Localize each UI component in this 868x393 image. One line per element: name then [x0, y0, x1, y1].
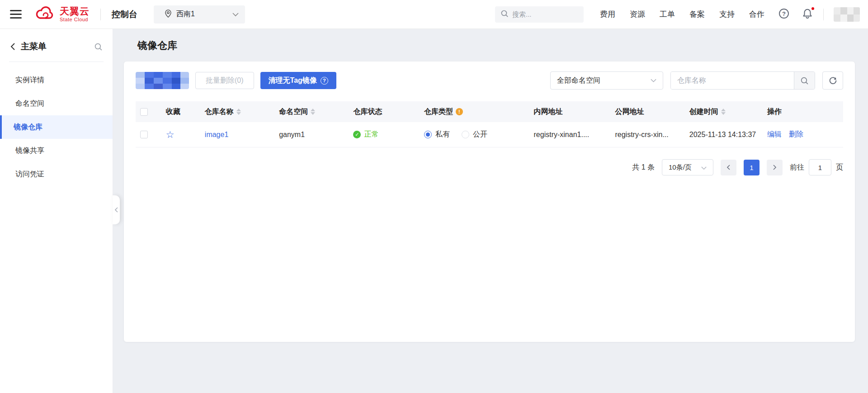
clean-notag-button[interactable]: 清理无Tag镜像 ?	[260, 72, 336, 89]
column-internal-address: 内网地址	[528, 107, 610, 117]
location-pin-icon	[164, 9, 173, 20]
created-time-value: 2025-11-13 14:13:37	[689, 131, 756, 139]
total-count: 共 1 条	[632, 163, 655, 172]
repository-table: 收藏 仓库名称 命名空间 仓库状态 仓库类型 ! 内网地址	[136, 101, 843, 147]
topbar-divider	[100, 9, 101, 20]
internal-address-value: registry-xinan1....	[534, 131, 590, 139]
sidebar-divider	[9, 62, 104, 62]
page-title: 镜像仓库	[137, 39, 855, 52]
console-label[interactable]: 控制台	[112, 9, 137, 20]
sidebar-back-icon[interactable]	[10, 43, 15, 51]
goto-label: 前往	[790, 163, 804, 172]
repo-name-input[interactable]	[671, 72, 794, 89]
nav-item-cooperation[interactable]: 合作	[749, 9, 764, 19]
nav-item-resources[interactable]: 资源	[630, 9, 645, 19]
sidebar-item-instance-detail[interactable]: 实例详情	[0, 68, 113, 92]
namespace-filter-select[interactable]: 全部命名空间	[550, 71, 663, 90]
help-icon[interactable]: ?	[778, 8, 790, 21]
sidebar-item-label: 实例详情	[15, 76, 44, 85]
goto-suffix: 页	[836, 163, 843, 172]
sort-icon[interactable]	[721, 109, 726, 115]
goto-page-input[interactable]	[809, 159, 831, 175]
column-label: 命名空间	[279, 107, 308, 117]
notification-dot	[811, 6, 815, 11]
namespace-filter-value: 全部命名空间	[557, 76, 600, 85]
refresh-button[interactable]	[822, 71, 843, 90]
sidebar-collapse-handle[interactable]	[113, 195, 120, 224]
repo-type-radio-group: 私有 公开	[424, 130, 487, 139]
region-value: 西南1	[176, 9, 195, 19]
column-status: 仓库状态	[348, 107, 419, 117]
repo-search-button[interactable]	[794, 72, 815, 89]
next-page-button[interactable]	[767, 160, 783, 175]
sidebar-item-label: 镜像共享	[15, 146, 44, 156]
topbar: 天翼云 State Cloud 控制台 西南1 费用 资源 工单 备案 支持 合…	[0, 0, 868, 29]
radio-checked-icon	[424, 131, 432, 138]
sidebar-item-image-sharing[interactable]: 镜像共享	[0, 139, 113, 162]
edit-link[interactable]: 编辑	[767, 130, 782, 139]
column-namespace[interactable]: 命名空间	[274, 107, 348, 117]
column-repo-name[interactable]: 仓库名称	[199, 107, 274, 117]
row-checkbox[interactable]	[140, 131, 148, 138]
question-circle-icon: ?	[321, 77, 328, 85]
column-type: 仓库类型 !	[419, 107, 528, 117]
batch-delete-button[interactable]: 批量删除(0)	[195, 72, 254, 89]
repo-name-link[interactable]: image1	[205, 131, 228, 139]
select-all-checkbox[interactable]	[140, 108, 148, 116]
sidebar-item-image-repository[interactable]: 镜像仓库	[0, 115, 113, 139]
sidebar-title: 主菜单	[21, 41, 47, 52]
topbar-nav: 费用 资源 工单 备案 支持 合作	[600, 9, 764, 19]
page-1-button[interactable]: 1	[744, 160, 760, 175]
column-public-address: 公网地址	[609, 107, 684, 117]
radio-private-label: 私有	[435, 130, 450, 139]
page-size-value: 10条/页	[669, 163, 692, 172]
column-label: 操作	[767, 107, 782, 117]
sort-icon[interactable]	[311, 109, 315, 115]
radio-public-label: 公开	[473, 130, 487, 139]
chevron-down-icon	[701, 164, 707, 171]
favorite-star-icon[interactable]: ☆	[166, 130, 175, 139]
prev-page-button[interactable]	[721, 160, 736, 175]
column-created-time[interactable]: 创建时间	[684, 107, 762, 117]
column-actions: 操作	[762, 107, 843, 117]
sidebar-item-access-credentials[interactable]: 访问凭证	[0, 162, 113, 186]
logo-title: 天翼云	[60, 6, 90, 16]
status-badge: ✓ 正常	[353, 130, 378, 139]
nav-item-filing[interactable]: 备案	[689, 9, 705, 19]
pagination: 共 1 条 10条/页 1 前往 页	[136, 159, 843, 175]
global-search[interactable]	[495, 6, 584, 23]
status-text: 正常	[364, 130, 378, 139]
radio-public[interactable]: 公开	[462, 130, 487, 139]
warning-circle-icon: !	[456, 108, 463, 115]
hamburger-menu-icon[interactable]	[10, 8, 22, 21]
public-address-value: registry-crs-xin...	[615, 131, 668, 139]
delete-link[interactable]: 删除	[789, 130, 803, 139]
column-label: 创建时间	[689, 107, 718, 117]
chevron-down-icon	[651, 76, 656, 85]
svg-text:?: ?	[782, 10, 786, 17]
sidebar-item-label: 镜像仓库	[14, 123, 42, 132]
notifications-bell-icon[interactable]	[802, 8, 813, 21]
nav-item-tickets[interactable]: 工单	[660, 9, 675, 19]
sidebar: 主菜单 实例详情 命名空间 镜像仓库 镜像共享 访问凭证	[0, 29, 113, 393]
nav-item-billing[interactable]: 费用	[600, 9, 615, 19]
sort-icon[interactable]	[236, 109, 241, 115]
topbar-divider	[823, 9, 824, 20]
clean-notag-label: 清理无Tag镜像	[269, 76, 317, 85]
global-search-input[interactable]	[512, 10, 576, 18]
page-size-select[interactable]: 10条/页	[662, 159, 713, 175]
create-repository-button-redacted[interactable]	[136, 72, 189, 89]
search-icon	[500, 9, 509, 19]
radio-private[interactable]: 私有	[424, 130, 450, 139]
nav-item-support[interactable]: 支持	[719, 9, 735, 19]
sidebar-item-label: 命名空间	[15, 99, 44, 109]
brand-logo[interactable]: 天翼云 State Cloud	[33, 5, 90, 24]
radio-unchecked-icon	[462, 131, 469, 138]
region-selector[interactable]: 西南1	[154, 5, 245, 24]
repo-name-search	[670, 71, 815, 90]
sidebar-search-icon[interactable]	[94, 43, 103, 51]
user-avatar-redacted[interactable]	[834, 7, 860, 22]
column-label: 内网地址	[534, 107, 563, 117]
cloud-logo-icon	[33, 5, 56, 24]
sidebar-item-namespace[interactable]: 命名空间	[0, 92, 113, 115]
